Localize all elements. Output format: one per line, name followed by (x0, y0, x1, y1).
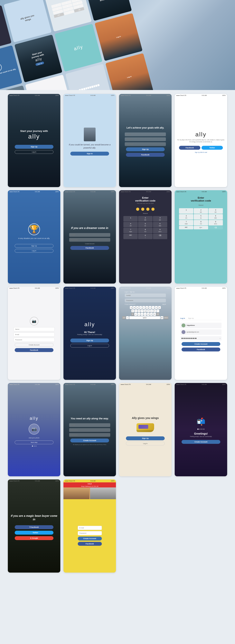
key-3[interactable]: 3DEF (153, 216, 167, 222)
teal-key-4[interactable]: 4GHI (179, 214, 193, 220)
ally-white-email-link[interactable]: Sign Up With E-mail (195, 152, 207, 153)
key-p[interactable]: p (158, 306, 161, 309)
teal-key-del[interactable]: ⌫ (208, 226, 223, 229)
keyboard-login-link[interactable]: Log In (162, 304, 166, 305)
photo-avatar[interactable]: 📷 (29, 424, 40, 434)
key-n[interactable]: n (150, 313, 153, 316)
profile-facebook-btn[interactable]: Facebook (15, 348, 54, 352)
key-k[interactable]: k (153, 310, 156, 312)
key-return[interactable]: return (164, 316, 168, 319)
account-row-2[interactable]: ayodqin@gmail.com (180, 329, 222, 335)
key-space[interactable]: space (129, 316, 160, 319)
need-ally-username-input[interactable] (69, 428, 110, 432)
ally-white-tw-btn[interactable]: Twitter (201, 146, 223, 150)
key-shift[interactable]: ⬆ (131, 313, 134, 316)
sale-password-input[interactable] (78, 531, 102, 535)
otp-teal-resend[interactable]: Resend (198, 204, 203, 206)
goals-signup-btn[interactable]: Sign Up (126, 147, 165, 151)
start-login-btn[interactable]: Log In (15, 150, 54, 154)
need-ally-email-input[interactable] (69, 423, 110, 427)
keyboard-forgot[interactable]: Forgot password? (125, 304, 136, 305)
teal-key-abc[interactable]: ABC (179, 226, 193, 229)
teal-key-8[interactable]: 8TUV (194, 220, 208, 226)
key-123[interactable]: 123 (122, 316, 126, 319)
need-ally-password-input[interactable] (69, 433, 110, 437)
navy-signup-btn[interactable]: Sign Up (70, 338, 109, 342)
teal-key-3[interactable]: 3DEF (208, 208, 223, 214)
goals-facebook-btn[interactable]: Facebook (126, 153, 165, 157)
key-4[interactable]: 4GHI (123, 222, 138, 228)
trophy-signup-btn[interactable]: Sign Up (15, 244, 54, 248)
photo-nextstep-btn[interactable]: Next step (15, 440, 54, 444)
otp-dark-resend[interactable]: Resend (143, 213, 148, 214)
key-at[interactable]: @ (161, 316, 163, 319)
teal-key-7[interactable]: 7PQRS (179, 220, 193, 226)
sale-create-btn[interactable]: Create Account (78, 536, 102, 540)
key-i[interactable]: i (152, 306, 154, 309)
account-row-1[interactable]: YalgoAlimov (180, 323, 222, 328)
key-5[interactable]: 5JKL (138, 222, 152, 228)
key-b[interactable]: b (147, 313, 150, 316)
key-6[interactable]: 6MNO (153, 222, 167, 228)
key-2[interactable]: 2ABC (138, 216, 152, 222)
key-bksp[interactable]: ⌫ (156, 313, 159, 316)
accounts-facebook-btn[interactable]: Facebook (181, 348, 220, 352)
dreamer-signin-btn[interactable]: Sign In (70, 152, 109, 156)
key-z[interactable]: z (134, 313, 137, 316)
trophy-login-btn[interactable]: Log In (15, 249, 54, 253)
key-f[interactable]: f (141, 310, 144, 312)
key-u[interactable]: u (149, 306, 151, 309)
start-signup-btn[interactable]: Sign Up (15, 145, 54, 149)
key-e[interactable]: e (136, 306, 139, 309)
magic-tw-btn[interactable]: 🐦 Twitter (15, 531, 54, 534)
magic-fb-btn[interactable]: f Facebook (15, 525, 54, 529)
sale-facebook-btn[interactable]: Facebook (78, 542, 102, 546)
profile-email-input[interactable] (14, 332, 55, 336)
teal-key-1[interactable]: 1 (179, 208, 193, 214)
teal-key-2[interactable]: 2ABC (194, 208, 208, 214)
dreamer-facebook-btn[interactable]: Facebook (70, 246, 109, 250)
key-a[interactable]: a (131, 310, 134, 312)
key-x2[interactable]: x (137, 313, 140, 316)
key-abc[interactable]: ABC (123, 234, 138, 239)
sale-email-input[interactable] (78, 526, 102, 530)
dreamer-email-input[interactable] (69, 233, 110, 237)
key-l[interactable]: l (156, 310, 159, 312)
profile-create-btn[interactable]: Create Account (15, 343, 54, 347)
key-1[interactable]: 1 (123, 216, 138, 222)
key-h[interactable]: h (147, 310, 150, 312)
goals-email-input[interactable] (125, 132, 166, 136)
key-s[interactable]: s (135, 310, 137, 312)
key-v[interactable]: v (144, 313, 146, 316)
accounts-signup-tab[interactable]: Sign Up (188, 318, 194, 319)
magic-google-btn[interactable]: G Google (15, 536, 54, 540)
goals-username-input[interactable] (125, 137, 166, 141)
key-d[interactable]: d (138, 310, 140, 312)
accounts-login-tab[interactable]: Log In (180, 318, 185, 319)
accounts-create-btn[interactable]: Create Account (181, 342, 220, 346)
teal-key-0[interactable]: 0 + (194, 226, 208, 229)
key-m[interactable]: m (153, 313, 156, 316)
key-t[interactable]: t (142, 306, 145, 309)
key-del[interactable]: ⌫ (153, 234, 167, 239)
key-9[interactable]: 9WXYZ (153, 228, 167, 233)
keyboard-pwd-input[interactable] (125, 298, 166, 302)
key-c[interactable]: c (141, 313, 143, 316)
key-r[interactable]: r (139, 306, 142, 309)
navy-login-btn[interactable]: Log In (70, 344, 109, 348)
profile-name-input[interactable] (14, 327, 55, 331)
keyboard-mail-input[interactable] (125, 294, 166, 297)
key-q[interactable]: q (130, 306, 133, 309)
teal-key-6[interactable]: 6MNO (208, 214, 223, 220)
teal-key-9[interactable]: 9WXYZ (208, 220, 223, 226)
key-7[interactable]: 7PQRS (123, 228, 138, 233)
key-y[interactable]: y (145, 306, 148, 309)
key-8[interactable]: 8TUV (138, 228, 152, 233)
key-0[interactable]: 0+ (138, 234, 152, 239)
teal-key-5[interactable]: 5JKL (194, 214, 208, 220)
ally-white-fb-btn[interactable]: Facebook (179, 146, 200, 150)
key-o[interactable]: o (155, 306, 158, 309)
key-emoji[interactable]: ☺ (126, 316, 129, 319)
wings-login-btn[interactable]: Log In (126, 442, 165, 446)
key-g[interactable]: g (144, 310, 147, 312)
